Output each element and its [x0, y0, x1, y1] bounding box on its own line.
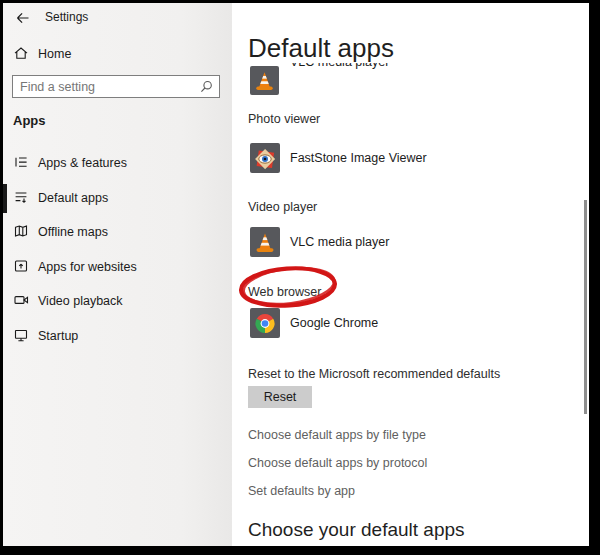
reset-button[interactable]: Reset — [248, 386, 312, 408]
apps-features-icon — [13, 154, 29, 170]
sidebar-item-label: Startup — [38, 329, 78, 343]
search-box — [12, 75, 220, 98]
section-label-photo-viewer: Photo viewer — [248, 112, 320, 126]
video-playback-icon — [13, 292, 29, 308]
link-default-apps-by-file-type[interactable]: Choose default apps by file type — [248, 428, 426, 442]
link-default-apps-by-protocol[interactable]: Choose default apps by protocol — [248, 456, 427, 470]
sidebar-item-label: Default apps — [38, 191, 108, 205]
home-icon — [13, 45, 29, 61]
startup-icon — [13, 327, 29, 343]
sidebar-item-label: Home — [38, 47, 71, 61]
chrome-icon — [250, 308, 280, 338]
sidebar-item-startup[interactable]: Startup — [3, 319, 232, 354]
sidebar-item-default-apps[interactable]: Default apps — [3, 181, 232, 216]
window-title: Settings — [45, 10, 88, 24]
sidebar-nav: Apps & features Default apps — [3, 146, 232, 353]
sidebar-item-offline-maps[interactable]: Offline maps — [3, 215, 232, 250]
sidebar-item-label: Offline maps — [38, 225, 108, 239]
vlc-icon — [250, 227, 280, 257]
titlebar: Settings — [3, 3, 232, 35]
apps-websites-icon — [13, 258, 29, 274]
app-row-photo-viewer[interactable]: FastStone Image Viewer — [248, 143, 548, 173]
offline-maps-icon — [13, 223, 29, 239]
app-row-web-browser[interactable]: Google Chrome — [248, 308, 548, 338]
vlc-icon — [250, 66, 279, 95]
faststone-icon — [250, 143, 280, 173]
section-label-video-player: Video player — [248, 200, 317, 214]
sidebar-item-label: Apps & features — [38, 156, 127, 170]
page-title: Default apps — [248, 33, 394, 64]
reset-description: Reset to the Microsoft recommended defau… — [248, 367, 500, 381]
app-name: Google Chrome — [290, 308, 378, 338]
app-row-video-player[interactable]: VLC media player — [248, 227, 548, 257]
sidebar-item-video-playback[interactable]: Video playback — [3, 284, 232, 319]
choose-default-apps-heading: Choose your default apps — [248, 519, 465, 541]
default-apps-icon — [13, 189, 29, 205]
search-icon[interactable] — [198, 79, 214, 95]
main-panel: Default apps VLC media player — [232, 3, 589, 546]
selection-accent-bar — [3, 184, 7, 213]
sidebar-item-label: Apps for websites — [38, 260, 137, 274]
app-name: FastStone Image Viewer — [290, 143, 427, 173]
section-label-web-browser: Web browser — [248, 285, 321, 299]
link-set-defaults-by-app[interactable]: Set defaults by app — [248, 484, 355, 498]
app-name: VLC media player — [290, 227, 389, 257]
back-arrow-icon — [15, 10, 31, 26]
back-button[interactable] — [12, 7, 34, 29]
sidebar-section-header: Apps — [13, 113, 46, 128]
window-frame: Settings Home Apps — [0, 0, 600, 555]
sidebar-item-label: Video playback — [38, 294, 123, 308]
sidebar-item-apps-features[interactable]: Apps & features — [3, 146, 232, 181]
clipped-app-row[interactable]: VLC media player — [248, 63, 548, 99]
sidebar: Settings Home Apps — [3, 3, 232, 546]
app-name: VLC media player — [290, 63, 389, 69]
sidebar-item-apps-for-websites[interactable]: Apps for websites — [3, 250, 232, 285]
search-input[interactable] — [20, 76, 190, 97]
sidebar-item-home[interactable]: Home — [3, 43, 232, 67]
settings-window: Settings Home Apps — [3, 3, 589, 546]
vertical-scrollbar-thumb[interactable] — [584, 200, 587, 414]
